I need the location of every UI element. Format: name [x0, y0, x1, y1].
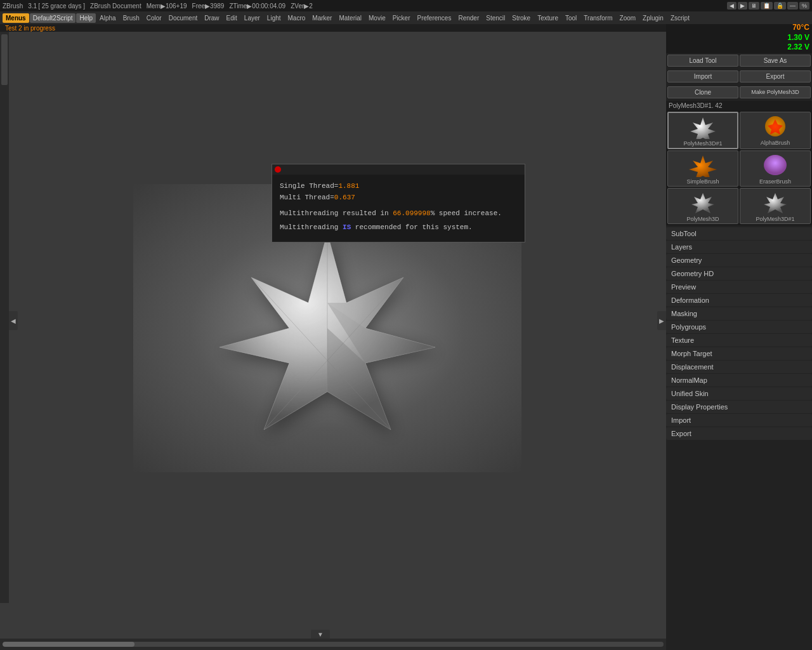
right-panel-collapse-btn[interactable]: ▶ [657, 311, 666, 330]
swatch-label-3: SimpleBrush [686, 178, 719, 185]
menu-draw[interactable]: Draw [201, 13, 222, 23]
make-polymesh-btn[interactable]: Make PolyMesh3D [740, 86, 811, 98]
swatch-label-4: EraserBrush [759, 178, 791, 185]
nav-left-btn[interactable]: ◀ [727, 2, 737, 10]
export-btn[interactable]: Export [740, 70, 811, 83]
menu-material[interactable]: Material [336, 13, 365, 23]
menu-preferences[interactable]: Preferences [414, 13, 455, 23]
menu-color[interactable]: Color [143, 13, 165, 23]
status-bar: Test 2 in progress [0, 24, 666, 32]
menu-bar: Menus Default2Script Help Alpha Brush Co… [0, 11, 812, 24]
nav-right-btn[interactable]: ▶ [738, 2, 747, 10]
app-version: 3.1 [28, 3, 37, 10]
swatch-label-5: PolyMesh3D [686, 216, 719, 222]
title-bar: ZBrush 3.1 [ 25 grace days ] ZBrush Docu… [0, 0, 812, 11]
menu-picker[interactable]: Picker [390, 13, 414, 23]
load-tool-btn[interactable]: Load Tool [667, 55, 738, 67]
section-display-properties[interactable]: Display Properties [666, 401, 812, 413]
clone-polymesh-row: Clone Make PolyMesh3D [666, 85, 812, 100]
menu-brush[interactable]: Brush [120, 13, 143, 23]
left-tool-btn[interactable] [1, 34, 8, 85]
section-morph-target[interactable]: Morph Target [666, 347, 812, 360]
speed-line: Multithreading resulted in 66.099998% sp… [280, 208, 517, 220]
menu-zplugin[interactable]: Zplugin [639, 13, 667, 23]
menu-zoom[interactable]: Zoom [617, 13, 639, 23]
default-script-btn[interactable]: Default2Script [30, 13, 76, 23]
bottom-bar [0, 639, 666, 650]
single-thread-line: Single Thread=1.881 [280, 181, 517, 192]
swatch-img-simple [684, 152, 722, 178]
clone-btn[interactable]: Clone [667, 86, 738, 98]
menu-stroke[interactable]: Stroke [509, 13, 534, 23]
status-text: Test 2 in progress [5, 25, 55, 32]
section-geometry-hd[interactable]: Geometry HD [666, 267, 812, 280]
menu-layer[interactable]: Layer [241, 13, 263, 23]
section-texture[interactable]: Texture [666, 334, 812, 347]
icon-btn-2[interactable]: 📋 [761, 2, 773, 10]
voltage-2: 2.32 V [787, 43, 809, 53]
menu-marker[interactable]: Marker [309, 13, 335, 23]
polymesh-label-bar: PolyMesh3D#1. 42 [666, 101, 812, 110]
section-import[interactable]: Import [666, 414, 812, 427]
section-preview[interactable]: Preview [666, 281, 812, 293]
voltage-1: 1.30 V [787, 33, 809, 43]
size-btn[interactable]: — [787, 2, 798, 10]
icon-btn-3[interactable]: 🔒 [774, 2, 786, 10]
section-polygroups[interactable]: Polygroups [666, 321, 812, 333]
section-subtool[interactable]: SubTool [666, 227, 812, 240]
free-info: Free▶3989 [192, 3, 225, 10]
section-layers[interactable]: Layers [666, 241, 812, 253]
menu-light[interactable]: Light [264, 13, 284, 23]
swatch-polymesh3d[interactable]: PolyMesh3D [667, 188, 738, 224]
menu-document[interactable]: Document [166, 13, 201, 23]
left-panel-expand-btn[interactable]: ◀ [9, 311, 18, 330]
bottom-expand-btn[interactable]: ▼ [311, 630, 330, 639]
section-normalmap[interactable]: NormalMap [666, 374, 812, 387]
section-export[interactable]: Export [666, 427, 812, 440]
menu-transform[interactable]: Transform [580, 13, 615, 23]
mem-info: Mem▶106+19 [147, 3, 187, 10]
swatch-polymesh3d1[interactable]: PolyMesh3D#1 [667, 112, 738, 149]
menu-alpha[interactable]: Alpha [96, 13, 119, 23]
swatch-eraserbrush[interactable]: EraserBrush [740, 150, 811, 187]
grace-days: [ 25 grace days ] [38, 3, 85, 10]
swatch-polymesh3d1b[interactable]: PolyMesh3D#1 [740, 188, 811, 224]
swatch-label-1: PolyMesh3D#1 [683, 140, 722, 147]
temp-3: 70°C [792, 23, 809, 33]
menu-zscript[interactable]: Zscript [667, 13, 693, 23]
section-unified-skin[interactable]: Unified Skin [666, 387, 812, 400]
menu-macro[interactable]: Macro [285, 13, 309, 23]
ztime-info: ZTime▶00:00:04.09 [229, 3, 285, 10]
menu-render[interactable]: Render [455, 13, 482, 23]
save-as-btn[interactable]: Save As [740, 55, 811, 67]
percent-btn[interactable]: % [799, 2, 809, 10]
help-btn[interactable]: Help [76, 13, 96, 23]
swatch-img-poly [684, 190, 722, 215]
section-deformation[interactable]: Deformation [666, 294, 812, 307]
voltage-bar: 70°C 1.30 V 2.32 V [666, 22, 812, 53]
panel-sections: SubTool Layers Geometry Geometry HD Prev… [666, 225, 812, 650]
menus-btn[interactable]: Menus [3, 13, 29, 23]
document-title: ZBrush Document [90, 3, 141, 10]
import-export-row: Import Export [666, 69, 812, 84]
swatch-alphabrush[interactable]: AlphaBrush [740, 112, 811, 149]
top-right-controls: ◀ ▶ 🖥 📋 🔒 — % [727, 2, 809, 10]
swatch-img-star [684, 114, 722, 140]
section-geometry[interactable]: Geometry [666, 254, 812, 267]
section-displacement[interactable]: Displacement [666, 361, 812, 373]
menu-texture[interactable]: Texture [534, 13, 561, 23]
icon-btn-1[interactable]: 🖥 [749, 2, 759, 10]
swatch-img-poly2 [756, 190, 794, 215]
section-masking[interactable]: Masking [666, 307, 812, 320]
popup-close-btn[interactable] [275, 166, 281, 173]
import-btn[interactable]: Import [667, 70, 738, 83]
load-save-row: Load Tool Save As [666, 53, 812, 68]
swatch-simplebrush[interactable]: SimpleBrush [667, 150, 738, 187]
canvas-area: Single Thread=1.881 Multi Thread=0.637 M… [9, 32, 653, 628]
menu-movie[interactable]: Movie [365, 13, 389, 23]
popup-content: Single Thread=1.881 Multi Thread=0.637 M… [272, 175, 525, 242]
scroll-bar[interactable] [3, 642, 664, 647]
menu-stencil[interactable]: Stencil [483, 13, 508, 23]
menu-tool[interactable]: Tool [562, 13, 580, 23]
menu-edit[interactable]: Edit [223, 13, 240, 23]
